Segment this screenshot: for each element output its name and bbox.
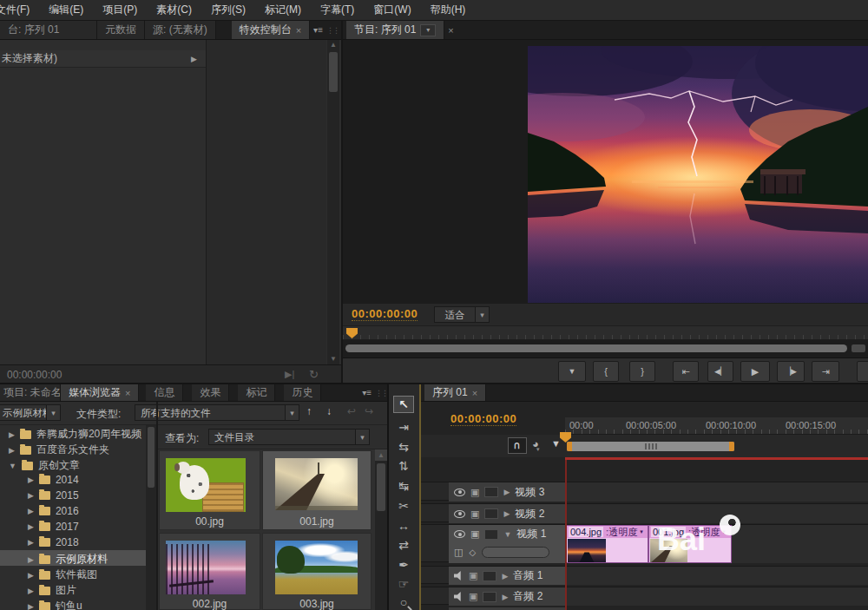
panel-menu-icon[interactable]: ▾≡ xyxy=(310,25,326,35)
tab-audio-mixer[interactable]: 台: 序列 01 xyxy=(0,21,97,39)
media-item-003jpg[interactable]: 003.jpg xyxy=(262,533,372,610)
close-icon[interactable]: × xyxy=(296,25,301,36)
work-area-start-handle[interactable] xyxy=(567,442,572,451)
back-icon[interactable]: ↩ xyxy=(347,405,356,417)
collapse-icon[interactable]: ▶ xyxy=(502,593,508,601)
clip-004jpg[interactable]: 004.jpg :透明度 ▾ xyxy=(566,525,648,563)
tool-selection[interactable]: ↖ xyxy=(393,396,414,413)
tree-item[interactable]: ▶软件截图 xyxy=(28,567,97,582)
close-icon[interactable]: × xyxy=(125,388,130,398)
media-item-002jpg[interactable]: 002.jpg xyxy=(159,533,260,610)
tool-pen[interactable]: ✒ xyxy=(393,556,414,574)
eye-icon[interactable] xyxy=(454,510,465,518)
track-lock-box[interactable] xyxy=(484,508,498,519)
tab-effect-controls[interactable]: 特效控制台 × xyxy=(232,21,310,39)
sync-lock-icon[interactable]: ▣ xyxy=(469,570,477,581)
unnumbered-marker-icon[interactable]: ▼ xyxy=(551,438,561,449)
go-to-in-button[interactable]: ⇤ xyxy=(673,361,699,382)
timeline-ruler[interactable]: 00:00 00:00:05:00 00:00:10:00 00:00:15:0… xyxy=(565,417,868,435)
track-lock-box[interactable] xyxy=(484,529,498,540)
tool-razor[interactable]: ✂ xyxy=(393,497,414,515)
track-lock-box[interactable] xyxy=(483,571,496,581)
mark-in-button[interactable]: { xyxy=(593,361,619,382)
forward-icon[interactable]: ↪ xyxy=(365,405,373,417)
partial-button[interactable] xyxy=(857,361,868,382)
program-zoom-scrollbar[interactable] xyxy=(343,343,868,355)
track-lock-box[interactable] xyxy=(483,592,496,602)
scrollbar-thumb[interactable] xyxy=(148,427,155,488)
tab-source-monitor[interactable]: 源: (无素材) xyxy=(145,21,216,39)
speaker-icon[interactable] xyxy=(454,571,464,580)
view-as-select[interactable]: 文件目录 ▾ xyxy=(208,429,370,445)
scroll-up-icon[interactable]: ▲ xyxy=(375,449,387,461)
tab-project[interactable]: 项目: 未命名 xyxy=(0,384,61,401)
chevron-right-icon[interactable]: ▶ xyxy=(191,55,197,63)
display-style-icon[interactable]: ◫ xyxy=(454,547,463,558)
play-to-out-icon[interactable]: ▶| xyxy=(285,369,294,380)
menu-title[interactable]: 字幕(T) xyxy=(320,3,354,17)
panel-grip-icon[interactable]: ⋮⋮ xyxy=(326,26,339,35)
menu-help[interactable]: 帮助(H) xyxy=(431,3,466,17)
grid-scrollbar[interactable]: ▲ xyxy=(375,449,387,610)
menu-edit[interactable]: 编辑(E) xyxy=(49,3,83,17)
tool-hand[interactable]: ☞ xyxy=(393,575,414,593)
tool-rate-stretch[interactable]: ↹ xyxy=(393,477,414,495)
tab-program-monitor[interactable]: 节目: 序列 01 ▾ xyxy=(346,21,444,39)
add-marker-button[interactable]: ▼ xyxy=(558,361,586,382)
sync-lock-icon[interactable]: ▣ xyxy=(469,591,477,602)
file-type-select[interactable]: 所有支持的文件 ▾ xyxy=(135,404,299,421)
scrollbar-thumb[interactable] xyxy=(345,344,847,352)
step-forward-button[interactable]: ▕▶ xyxy=(777,361,805,382)
menu-marker[interactable]: 标记(M) xyxy=(265,3,301,17)
media-item-00jpg[interactable]: 00.jpg xyxy=(159,450,260,530)
go-to-out-button[interactable]: ⇥ xyxy=(812,361,839,382)
media-item-001jpg[interactable]: 001.jpg xyxy=(262,450,372,530)
tool-slip[interactable]: ↔ xyxy=(393,517,414,535)
close-icon[interactable]: × xyxy=(448,25,453,36)
tool-track-select[interactable]: ⇥ xyxy=(393,418,414,436)
work-area-end-handle[interactable] xyxy=(729,442,734,451)
scrollbar-thumb[interactable] xyxy=(329,52,338,92)
track-lane[interactable] xyxy=(565,587,868,606)
tool-slide[interactable]: ⇄ xyxy=(393,536,414,554)
sync-lock-icon[interactable]: ▣ xyxy=(470,487,479,498)
eye-icon[interactable] xyxy=(454,530,465,538)
effect-controls-scrollbar[interactable]: ▲ ▼ xyxy=(327,40,339,364)
tab-markers[interactable]: 标记 xyxy=(238,384,275,401)
tree-item[interactable]: ▶百度音乐文件夹 xyxy=(9,443,109,457)
menu-window[interactable]: 窗口(W) xyxy=(373,3,411,17)
tool-zoom[interactable]: ○ xyxy=(393,594,414,610)
tree-item[interactable]: ▶图片 xyxy=(28,583,76,598)
tree-item[interactable]: ▶2014 xyxy=(28,474,79,486)
tab-info[interactable]: 信息 xyxy=(146,384,183,401)
tab-metadata[interactable]: 元数据 xyxy=(97,21,145,39)
collapse-icon[interactable]: ▶ xyxy=(503,488,510,496)
loop-icon[interactable]: ↻ xyxy=(309,368,319,381)
sync-lock-icon[interactable]: ▣ xyxy=(470,508,479,520)
sync-lock-icon[interactable]: ▣ xyxy=(470,528,479,540)
play-button[interactable]: ▶ xyxy=(740,361,770,382)
monitor-select-dropdown-icon[interactable]: ▾ xyxy=(420,24,436,36)
tool-rolling-edit[interactable]: ⇅ xyxy=(393,457,414,475)
track-lane[interactable] xyxy=(565,567,868,585)
scroll-down-icon[interactable]: ▼ xyxy=(327,354,339,364)
menu-sequence[interactable]: 序列(S) xyxy=(211,3,246,17)
step-back-button[interactable]: ◀▏ xyxy=(707,361,733,382)
mark-out-button[interactable]: } xyxy=(629,361,655,382)
scroll-up-icon[interactable]: ▲ xyxy=(327,40,339,50)
speaker-icon[interactable] xyxy=(454,592,464,601)
up-directory-icon[interactable]: ↑ xyxy=(306,405,312,417)
snap-toggle[interactable]: ⊂ xyxy=(508,437,527,454)
menu-project[interactable]: 项目(P) xyxy=(102,3,137,17)
tree-item[interactable]: ▶奔腾威力狮20周年视频 xyxy=(9,427,141,442)
clip-effect-label[interactable]: :透明度 xyxy=(688,526,720,539)
dropdown-icon[interactable]: ▾ xyxy=(640,528,643,535)
tree-item[interactable]: ▶2018 xyxy=(28,536,79,548)
menu-file[interactable]: 文件(F) xyxy=(0,3,30,17)
track-height-slider[interactable] xyxy=(482,547,549,558)
collapse-icon[interactable]: ▶ xyxy=(502,572,508,580)
program-seek-ruler[interactable] xyxy=(343,325,868,340)
playhead-line[interactable] xyxy=(565,460,567,610)
down-directory-icon[interactable]: ↓ xyxy=(326,405,332,417)
folder-select[interactable]: 示例原材料 ▾ xyxy=(0,404,61,421)
